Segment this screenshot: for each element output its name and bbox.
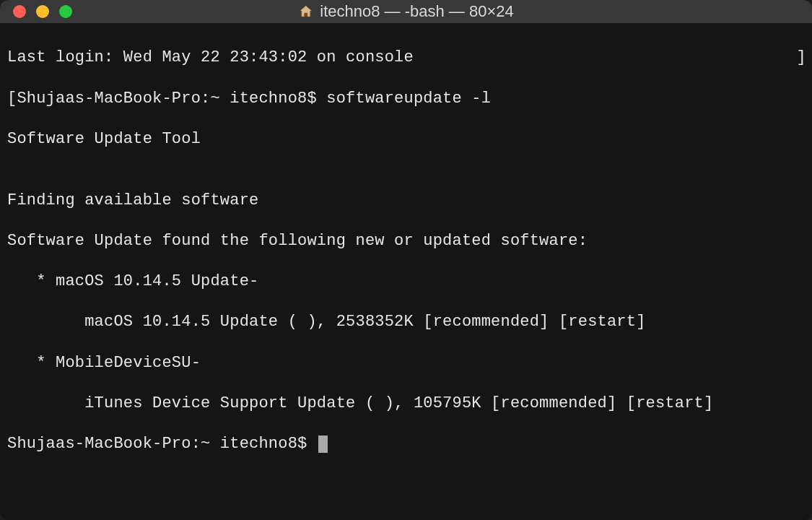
line-item1-detail: macOS 10.14.5 Update ( ), 2538352K [reco… xyxy=(7,312,805,332)
line-found-header: Software Update found the following new … xyxy=(7,231,805,251)
command-1: softwareupdate -l xyxy=(326,90,491,108)
line-item2-star: * MobileDeviceSU- xyxy=(7,353,805,373)
titlebar[interactable]: itechno8 — -bash — 80×24 xyxy=(0,0,812,23)
scroll-bracket-icon: ] xyxy=(797,48,806,68)
zoom-button[interactable] xyxy=(59,5,72,18)
window-title-wrap: itechno8 — -bash — 80×24 xyxy=(298,2,513,21)
prompt-bracket-open: [ xyxy=(7,90,17,108)
window-title: itechno8 — -bash — 80×24 xyxy=(320,2,513,21)
line-last-login: Last login: Wed May 22 23:43:02 on conso… xyxy=(7,48,805,68)
traffic-lights xyxy=(13,5,72,18)
cursor xyxy=(318,436,328,453)
close-button[interactable] xyxy=(13,5,26,18)
prompt-text-1: Shujaas-MacBook-Pro:~ itechno8$ xyxy=(17,90,326,108)
terminal-body[interactable]: Last login: Wed May 22 23:43:02 on conso… xyxy=(0,23,812,520)
line-prompt-1: [Shujaas-MacBook-Pro:~ itechno8$ softwar… xyxy=(7,89,805,109)
home-icon xyxy=(298,4,313,19)
line-prompt-2: Shujaas-MacBook-Pro:~ itechno8$ xyxy=(7,434,805,454)
minimize-button[interactable] xyxy=(36,5,49,18)
line-finding: Finding available software xyxy=(7,191,805,211)
prompt-text-2: Shujaas-MacBook-Pro:~ itechno8$ xyxy=(7,435,317,453)
line-item2-detail: iTunes Device Support Update ( ), 105795… xyxy=(7,394,805,414)
line-tool-name: Software Update Tool xyxy=(7,129,805,150)
svg-rect-0 xyxy=(304,13,307,17)
terminal-window: itechno8 — -bash — 80×24 Last login: Wed… xyxy=(0,0,812,520)
line-item1-star: * macOS 10.14.5 Update- xyxy=(7,272,805,292)
